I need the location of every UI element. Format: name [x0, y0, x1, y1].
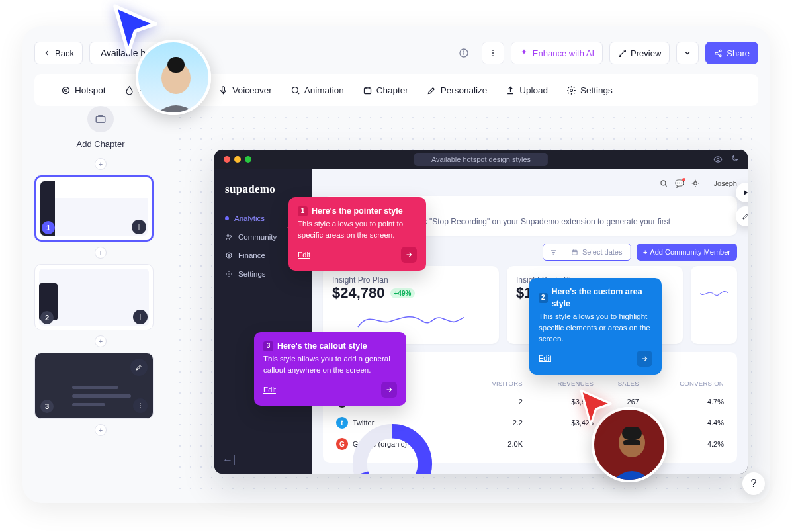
thumb-menu-icon[interactable] [133, 310, 148, 324]
svg-point-9 [492, 55, 494, 56]
back-button[interactable]: Back [34, 42, 83, 64]
step-thumb-1[interactable]: 1 [34, 175, 154, 242]
svg-point-8 [492, 52, 494, 54]
traffic-light-max-icon [245, 156, 251, 163]
svg-rect-3 [167, 57, 185, 73]
sparkline-icon [332, 306, 490, 332]
svg-point-25 [140, 314, 141, 316]
moon-icon [729, 155, 738, 164]
help-button[interactable]: ? [742, 472, 765, 495]
svg-rect-19 [364, 87, 371, 93]
svg-rect-38 [572, 250, 577, 255]
tool-upload[interactable]: Upload [506, 85, 548, 95]
search-icon[interactable] [659, 179, 668, 188]
svg-point-6 [463, 51, 464, 52]
svg-point-37 [693, 182, 697, 185]
callout-edit-link[interactable]: Edit [263, 385, 276, 396]
svg-point-29 [140, 405, 141, 406]
thumb-menu-icon[interactable] [133, 398, 148, 413]
preview-dropdown-button[interactable] [676, 42, 699, 64]
traffic-light-min-icon [234, 156, 241, 163]
tool-hotspot[interactable]: Hotspot [61, 85, 106, 95]
insert-step-button[interactable]: + [95, 247, 107, 259]
svg-point-24 [138, 228, 140, 230]
sun-icon[interactable] [691, 179, 700, 188]
svg-rect-44 [622, 427, 642, 440]
enhance-ai-button[interactable]: Enhance with AI [511, 42, 603, 64]
insert-step-button[interactable]: + [95, 335, 107, 347]
donut-chart-icon [349, 421, 435, 474]
svg-point-15 [65, 89, 67, 91]
demo-user[interactable]: Joseph [714, 179, 737, 187]
window-titlebar: Available hotspot design styles [214, 150, 748, 169]
eye-icon [713, 155, 723, 164]
svg-point-30 [140, 407, 141, 408]
collapse-sidebar-icon[interactable]: ←| [214, 446, 312, 474]
svg-rect-21 [96, 116, 105, 122]
chat-icon[interactable]: 💬 [675, 179, 684, 188]
preview-button[interactable]: Preview [609, 42, 670, 64]
svg-point-7 [492, 50, 494, 51]
svg-point-22 [138, 224, 140, 226]
more-button[interactable] [482, 42, 504, 64]
svg-point-27 [140, 318, 141, 320]
arrow-right-icon[interactable] [401, 247, 417, 263]
demo-header: 💬 Joseph [323, 176, 737, 191]
traffic-light-close-icon [224, 156, 230, 163]
arrow-right-icon[interactable] [381, 382, 397, 398]
svg-point-16 [63, 87, 69, 93]
steps-sidebar: Add Chapter + 1 + 2 + 3 + [34, 106, 167, 441]
cursor-blue-icon [103, 1, 163, 61]
svg-point-31 [717, 158, 719, 161]
svg-point-33 [230, 236, 232, 238]
svg-point-23 [138, 226, 140, 228]
svg-marker-0 [115, 6, 155, 52]
window-url: Available hotspot design styles [414, 153, 548, 166]
svg-rect-17 [222, 86, 225, 91]
callout-custom-area[interactable]: 2Here's the custom area style This style… [529, 278, 662, 375]
share-button[interactable]: Share [705, 42, 758, 64]
tool-voiceover[interactable]: Voiceover [218, 85, 271, 95]
add-community-member-button[interactable]: +Add Community Member [637, 244, 737, 261]
sparkline-icon [700, 279, 728, 306]
svg-point-26 [140, 316, 141, 318]
svg-line-14 [717, 54, 720, 56]
folder-icon [95, 113, 107, 125]
svg-point-18 [292, 87, 298, 93]
callout-pointer[interactable]: 1Here's the pointer style This style all… [288, 197, 426, 271]
svg-point-28 [140, 403, 141, 404]
svg-marker-41 [581, 390, 611, 424]
cursor-red-icon [572, 387, 616, 431]
callout-callout[interactable]: 3Here's the callout style This style all… [254, 332, 406, 406]
svg-point-35 [228, 273, 230, 275]
callout-edit-link[interactable]: Edit [539, 353, 551, 364]
edit-thumb-icon[interactable] [130, 359, 148, 376]
callout-edit-link[interactable]: Edit [298, 250, 310, 261]
info-button[interactable] [453, 42, 475, 64]
svg-line-13 [717, 51, 720, 53]
step-thumb-3[interactable]: 3 [34, 353, 154, 419]
svg-point-32 [227, 235, 229, 237]
tool-chapter[interactable]: Chapter [363, 85, 408, 95]
svg-point-36 [660, 181, 665, 185]
add-chapter-button[interactable]: Add Chapter [34, 106, 167, 149]
date-range-picker[interactable]: Select dates [543, 244, 631, 261]
svg-rect-45 [623, 440, 640, 445]
tool-personalize[interactable]: Personalize [427, 85, 488, 95]
thumb-menu-icon[interactable] [132, 220, 146, 234]
tool-settings[interactable]: Settings [566, 85, 613, 95]
tool-animation[interactable]: Animation [290, 85, 344, 95]
metric-card-third [691, 266, 737, 344]
svg-point-20 [570, 89, 573, 91]
insert-step-button[interactable]: + [95, 158, 107, 170]
step-thumb-2[interactable]: 2 [34, 264, 154, 330]
arrow-right-icon[interactable] [637, 351, 652, 367]
insert-step-button[interactable]: + [95, 424, 107, 436]
